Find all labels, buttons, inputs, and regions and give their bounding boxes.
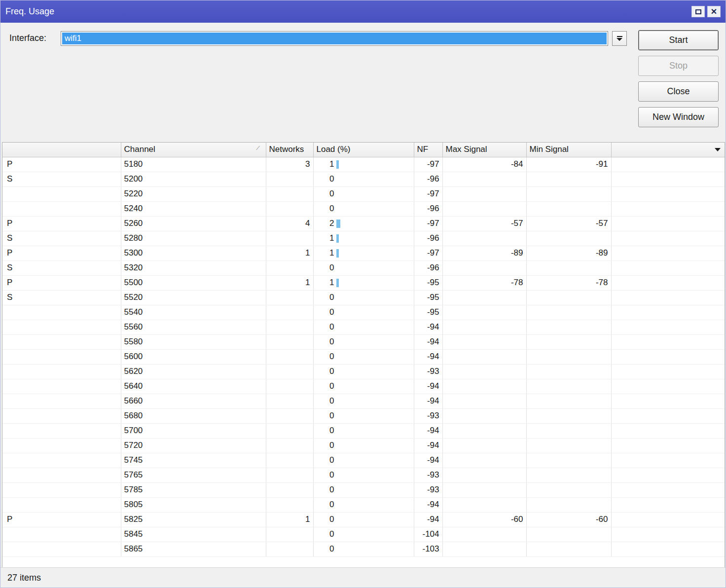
channel-cell: 5540 xyxy=(121,305,266,320)
nf-cell: -96 xyxy=(414,260,442,275)
column-header-load[interactable]: Load (%) xyxy=(313,143,414,157)
table-row[interactable]: S 5200 0 -96 xyxy=(2,172,725,186)
load-value: 0 xyxy=(314,174,334,184)
flag-cell: P xyxy=(2,512,121,527)
extra-cell xyxy=(611,172,725,186)
column-header-nf[interactable]: NF xyxy=(414,143,442,157)
load-cell: 0 xyxy=(313,320,414,334)
extra-cell xyxy=(611,216,725,231)
load-cell: 0 xyxy=(313,542,414,556)
load-value: 0 xyxy=(314,411,334,421)
channel-cell: 5180 xyxy=(121,157,266,172)
table-row[interactable]: 5580 0 -94 xyxy=(2,334,725,349)
maximize-icon xyxy=(695,9,701,14)
channel-cell: 5520 xyxy=(121,290,266,305)
column-header-max-signal[interactable]: Max Signal xyxy=(442,143,526,157)
networks-cell xyxy=(266,260,313,275)
new-window-button[interactable]: New Window xyxy=(638,107,719,127)
load-value: 0 xyxy=(314,307,334,317)
networks-cell xyxy=(266,334,313,349)
titlebar: Freq. Usage ✕ xyxy=(0,0,726,23)
table-row[interactable]: 5700 0 -94 xyxy=(2,423,725,438)
start-button[interactable]: Start xyxy=(638,30,719,50)
networks-cell: 1 xyxy=(266,512,313,527)
maximize-button[interactable] xyxy=(691,6,705,17)
extra-cell xyxy=(611,349,725,364)
table-row[interactable]: 5240 0 -96 xyxy=(2,201,725,216)
table-row[interactable]: P 5500 1 1 -95 -78 -78 xyxy=(2,275,725,290)
column-selector-button[interactable] xyxy=(712,144,724,155)
table-row[interactable]: S 5320 0 -96 xyxy=(2,260,725,275)
column-header-flag[interactable] xyxy=(2,143,121,157)
load-cell: 0 xyxy=(313,423,414,438)
load-cell: 0 xyxy=(313,260,414,275)
interface-combobox[interactable]: wifi1 xyxy=(61,31,608,46)
load-value: 0 xyxy=(314,441,334,450)
table-row[interactable]: 5845 0 -104 xyxy=(2,527,725,542)
networks-cell: 1 xyxy=(266,275,313,290)
load-cell: 1 xyxy=(313,231,414,246)
table-row[interactable]: P 5300 1 1 -97 -89 -89 xyxy=(2,246,725,260)
nf-cell: -97 xyxy=(414,246,442,260)
networks-cell xyxy=(266,364,313,379)
channel-cell: 5280 xyxy=(121,231,266,246)
flag-cell: S xyxy=(2,290,121,305)
close-button[interactable]: ✕ xyxy=(707,6,721,17)
networks-cell xyxy=(266,186,313,201)
max-signal-cell xyxy=(442,364,526,379)
min-signal-cell xyxy=(526,305,611,320)
table-row[interactable]: 5745 0 -94 xyxy=(2,453,725,468)
load-bar xyxy=(336,160,339,169)
table-row[interactable]: 5865 0 -103 xyxy=(2,542,725,556)
table-row[interactable]: S 5280 1 -96 xyxy=(2,231,725,246)
chevron-down-icon xyxy=(617,36,622,41)
table-row[interactable]: 5220 0 -97 xyxy=(2,186,725,201)
flag-cell xyxy=(2,497,121,512)
table-row[interactable]: P 5825 1 0 -94 -60 -60 xyxy=(2,512,725,527)
table-row[interactable]: 5640 0 -94 xyxy=(2,379,725,394)
min-signal-cell xyxy=(526,186,611,201)
table-row[interactable]: 5560 0 -94 xyxy=(2,320,725,334)
min-signal-cell xyxy=(526,497,611,512)
networks-cell xyxy=(266,290,313,305)
networks-cell xyxy=(266,201,313,216)
load-cell: 0 xyxy=(313,305,414,320)
min-signal-cell: -60 xyxy=(526,512,611,527)
table-row[interactable]: 5785 0 -93 xyxy=(2,482,725,497)
column-header-channel[interactable]: Channel ∕ xyxy=(121,143,266,157)
table-row[interactable]: P 5180 3 1 -97 -84 -91 xyxy=(2,157,725,172)
load-bar xyxy=(336,220,340,228)
column-header-networks[interactable]: Networks xyxy=(266,143,313,157)
table-row[interactable]: S 5520 0 -95 xyxy=(2,290,725,305)
table-row[interactable]: P 5260 4 2 -97 -57 -57 xyxy=(2,216,725,231)
nf-cell: -96 xyxy=(414,231,442,246)
extra-cell xyxy=(611,527,725,542)
close-window-button[interactable]: Close xyxy=(638,81,719,102)
nf-cell: -93 xyxy=(414,482,442,497)
table-row[interactable]: 5620 0 -93 xyxy=(2,364,725,379)
load-cell: 0 xyxy=(313,468,414,482)
extra-cell xyxy=(611,542,725,556)
networks-cell xyxy=(266,408,313,423)
max-signal-cell xyxy=(442,497,526,512)
table-row[interactable]: 5805 0 -94 xyxy=(2,497,725,512)
table-row[interactable]: 5660 0 -94 xyxy=(2,394,725,408)
column-header-min-signal[interactable]: Min Signal xyxy=(526,143,611,157)
table-row[interactable]: 5680 0 -93 xyxy=(2,408,725,423)
table-row[interactable]: 5540 0 -95 xyxy=(2,305,725,320)
min-signal-cell xyxy=(526,260,611,275)
nf-cell: -94 xyxy=(414,423,442,438)
interface-selected-value: wifi1 xyxy=(62,33,607,44)
channel-cell: 5560 xyxy=(121,320,266,334)
load-cell: 0 xyxy=(313,349,414,364)
flag-cell: P xyxy=(2,246,121,260)
interface-dropdown-button[interactable] xyxy=(612,31,627,46)
table-row[interactable]: 5765 0 -93 xyxy=(2,468,725,482)
nf-cell: -94 xyxy=(414,320,442,334)
max-signal-cell: -84 xyxy=(442,157,526,172)
nf-cell: -94 xyxy=(414,394,442,408)
max-signal-cell xyxy=(442,394,526,408)
table-row[interactable]: 5600 0 -94 xyxy=(2,349,725,364)
table-row[interactable]: 5720 0 -94 xyxy=(2,438,725,453)
channel-cell: 5680 xyxy=(121,408,266,423)
